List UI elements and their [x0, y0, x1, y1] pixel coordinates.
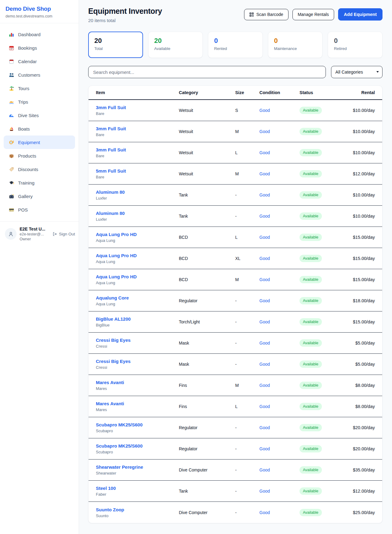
- item-cell: Mares Avanti Mares: [96, 380, 179, 391]
- category-cell: Wetsuit: [179, 129, 235, 134]
- condition-link[interactable]: Good: [259, 235, 270, 240]
- sign-out-button[interactable]: Sign Out: [52, 232, 75, 236]
- status-badge: Available: [300, 487, 322, 495]
- stat-card-retired[interactable]: 0 Retired: [328, 32, 383, 58]
- item-name-link[interactable]: 5mm Full Suit: [96, 168, 179, 174]
- condition-link[interactable]: Good: [259, 489, 270, 494]
- item-name-link[interactable]: Steel 100: [96, 486, 179, 491]
- status-badge: Available: [300, 424, 322, 431]
- item-brand: Bare: [96, 175, 179, 179]
- status-badge: Available: [300, 403, 322, 410]
- item-name-link[interactable]: Cressi Big Eyes: [96, 338, 179, 343]
- condition-link[interactable]: Good: [259, 193, 270, 197]
- sidebar-item-dive-sites[interactable]: Dive Sites: [4, 109, 75, 122]
- condition-cell: Good: [259, 319, 300, 324]
- item-name-link[interactable]: Suunto Zoop: [96, 507, 179, 512]
- condition-link[interactable]: Good: [259, 467, 270, 472]
- scan-barcode-button[interactable]: Scan Barcode: [244, 9, 288, 20]
- item-name-link[interactable]: BigBlue AL1200: [96, 316, 179, 322]
- condition-link[interactable]: Good: [259, 446, 270, 451]
- sidebar-item-calendar[interactable]: Calendar: [4, 55, 75, 68]
- manage-rentals-button[interactable]: Manage Rentals: [292, 9, 334, 20]
- sidebar-item-bookings[interactable]: 17 Bookings: [4, 41, 75, 55]
- condition-link[interactable]: Good: [259, 298, 270, 303]
- credit-card-icon: [9, 207, 14, 212]
- table-row: Scubapro MK25/S600 Scubapro Regulator - …: [89, 417, 382, 438]
- condition-link[interactable]: Good: [259, 319, 270, 324]
- item-name-link[interactable]: Aqua Lung Pro HD: [96, 232, 179, 237]
- tag-icon: [9, 166, 14, 172]
- speedboat-icon: [9, 99, 14, 105]
- condition-link[interactable]: Good: [259, 510, 270, 515]
- category-cell: Tank: [179, 193, 235, 197]
- item-name-link[interactable]: 3mm Full Suit: [96, 147, 179, 152]
- condition-link[interactable]: Good: [259, 129, 270, 134]
- status-badge: Available: [300, 276, 322, 283]
- status-cell: Available: [300, 149, 345, 156]
- condition-link[interactable]: Good: [259, 256, 270, 261]
- condition-link[interactable]: Good: [259, 214, 270, 219]
- stat-card-rented[interactable]: 0 Rented: [208, 32, 263, 58]
- sidebar-item-pos[interactable]: POS: [4, 203, 75, 216]
- user-email: e2e-tester@...: [20, 232, 49, 236]
- sidebar-item-label: Gallery: [18, 194, 33, 199]
- condition-cell: Good: [259, 256, 300, 261]
- condition-link[interactable]: Good: [259, 171, 270, 176]
- sidebar-item-dashboard[interactable]: Dashboard: [4, 28, 75, 41]
- item-name-link[interactable]: Aluminum 80: [96, 189, 179, 195]
- item-name-link[interactable]: Aqua Lung Pro HD: [96, 253, 179, 258]
- condition-link[interactable]: Good: [259, 150, 270, 155]
- status-cell: Available: [300, 445, 345, 452]
- condition-link[interactable]: Good: [259, 108, 270, 113]
- item-brand: Mares: [96, 407, 179, 412]
- item-name-link[interactable]: Mares Avanti: [96, 380, 179, 385]
- size-cell: -: [235, 214, 259, 219]
- stats-cards: 20 Total 20 Available 0 Rented 0 Mainten…: [88, 32, 383, 58]
- condition-link[interactable]: Good: [259, 383, 270, 388]
- condition-cell: Good: [259, 214, 300, 219]
- table-row: Suunto Zoop Suunto Dive Computer - Good …: [89, 502, 382, 523]
- sidebar-item-boats[interactable]: Boats: [4, 122, 75, 135]
- manage-rentals-label: Manage Rentals: [298, 12, 329, 17]
- category-select[interactable]: All Categories: [331, 66, 383, 78]
- item-name-link[interactable]: Aqua Lung Pro HD: [96, 274, 179, 279]
- item-name-link[interactable]: 3mm Full Suit: [96, 126, 179, 131]
- item-name-link[interactable]: Mares Avanti: [96, 401, 179, 406]
- sidebar-item-training[interactable]: Training: [4, 176, 75, 189]
- condition-link[interactable]: Good: [259, 341, 270, 345]
- add-equipment-button[interactable]: Add Equipment: [338, 8, 383, 21]
- item-name-link[interactable]: 3mm Full Suit: [96, 105, 179, 110]
- stat-card-total[interactable]: 20 Total: [88, 32, 143, 58]
- item-name-link[interactable]: Shearwater Peregrine: [96, 464, 179, 470]
- item-name-link[interactable]: Scubapro MK25/S600: [96, 422, 179, 427]
- sidebar-item-trips[interactable]: Trips: [4, 95, 75, 109]
- search-input[interactable]: [88, 66, 326, 78]
- item-cell: BigBlue AL1200 BigBlue: [96, 316, 179, 327]
- stat-card-available[interactable]: 20 Available: [148, 32, 203, 58]
- item-brand: BigBlue: [96, 323, 179, 327]
- condition-cell: Good: [259, 235, 300, 240]
- sidebar-item-tours[interactable]: Tours: [4, 82, 75, 95]
- item-cell: Suunto Zoop Suunto: [96, 507, 179, 518]
- size-cell: -: [235, 510, 259, 515]
- size-cell: -: [235, 319, 259, 324]
- item-name-link[interactable]: Scubapro MK25/S600: [96, 443, 179, 448]
- stat-card-maintenance[interactable]: 0 Maintenance: [268, 32, 323, 58]
- brand-name[interactable]: Demo Dive Shop: [6, 6, 73, 12]
- sidebar-item-products[interactable]: Products: [4, 149, 75, 162]
- sidebar-item-equipment[interactable]: Equipment: [4, 135, 75, 149]
- condition-link[interactable]: Good: [259, 362, 270, 367]
- condition-link[interactable]: Good: [259, 277, 270, 282]
- item-name-link[interactable]: Cressi Big Eyes: [96, 359, 179, 364]
- sidebar-item-gallery[interactable]: Gallery: [4, 189, 75, 203]
- page-header: Equipment Inventory 20 items total Scan …: [88, 7, 383, 23]
- condition-link[interactable]: Good: [259, 404, 270, 409]
- item-name-link[interactable]: Aluminum 80: [96, 211, 179, 216]
- sidebar-item-customers[interactable]: Customers: [4, 68, 75, 82]
- table-row: Aluminum 80 Luxfer Tank - Good Available…: [89, 185, 382, 206]
- condition-link[interactable]: Good: [259, 425, 270, 430]
- sidebar-item-discounts[interactable]: Discounts: [4, 162, 75, 176]
- rental-price: $5.00/day: [345, 341, 375, 345]
- category-cell: Wetsuit: [179, 108, 235, 113]
- item-name-link[interactable]: Aqualung Core: [96, 295, 179, 300]
